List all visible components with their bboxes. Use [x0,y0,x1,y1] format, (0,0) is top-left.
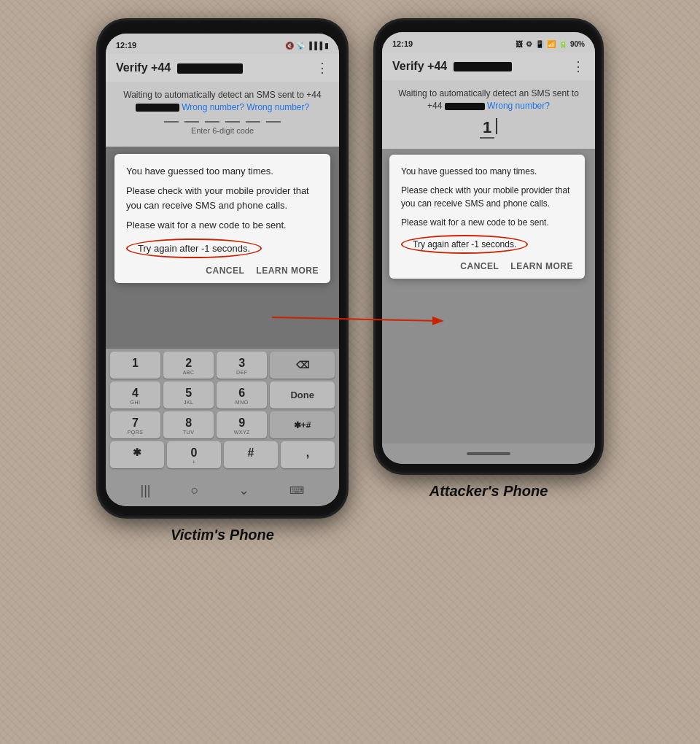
key-star[interactable]: ✱ [110,441,164,468]
attacker-learn-btn[interactable]: LEARN MORE [510,261,573,271]
attacker-cancel-btn[interactable]: CANCEL [460,261,499,271]
key-4[interactable]: 4GHI [110,381,160,408]
attacker-phone-screen: 12:19 🖼 ⚙ 📳 📶 🔋 90% Verify +44 [382,32,595,464]
victim-redacted [177,63,243,74]
key-6[interactable]: 6MNO [217,381,267,408]
key-2[interactable]: 2ABC [163,352,214,379]
victim-phone-screen: 12:19 🔇 📡 ▐▐▐ ▮ Verify +44 ⋮ [106,34,339,506]
nav-home-icon[interactable]: ○ [191,483,199,498]
attacker-title-area: Verify +44 [392,60,572,73]
victim-status-bar: 12:19 🔇 📡 ▐▐▐ ▮ [106,34,339,54]
victim-dialog-highlighted-wrapper: Try again after -1 seconds. [126,239,319,258]
attacker-redacted [454,62,512,71]
battery-icon: ▮ [324,42,329,50]
key-0[interactable]: 0+ [167,441,221,468]
attacker-dialog-line1: You have guessed too many times. [401,165,573,178]
gallery-icon: 🖼 [516,40,523,48]
code-dash-2 [184,121,199,123]
victim-app-content: Waiting to automatically detect an SMS s… [106,82,339,147]
attacker-cursor [496,118,497,134]
key-9[interactable]: 9WXYZ [217,411,267,438]
attacker-label: Attacker's Phone [429,483,548,500]
victim-dialog-line2: Please check with your mobile provider t… [126,184,319,212]
code-dash-3 [205,121,219,123]
key-5[interactable]: 5JKL [163,381,214,408]
code-dash-6 [266,121,281,123]
attacker-phone-wrapper: 12:19 🖼 ⚙ 📳 📶 🔋 90% Verify +44 [376,20,602,500]
victim-keyboard-row-3: 7PQRS 8TUV 9WXYZ ✱+# [110,411,335,438]
victim-app-header: Verify +44 ⋮ [106,54,339,82]
attacker-digit-1: 1 [480,118,494,139]
attacker-dialog-highlighted-wrapper: Try again after -1 seconds. [401,235,573,254]
nav-back-icon[interactable]: ||| [141,483,151,498]
victim-dialog: You have guessed too many times. Please … [114,154,330,283]
victim-phone: 12:19 🔇 📡 ▐▐▐ ▮ Verify +44 ⋮ [98,20,346,516]
key-1[interactable]: 1 [110,352,160,379]
victim-keyboard-row-2: 4GHI 5JKL 6MNO Done [110,381,335,408]
attacker-wifi-icon: 📶 [547,40,556,48]
victim-learn-btn[interactable]: LEARN MORE [256,266,319,276]
attacker-menu-icon[interactable]: ⋮ [572,58,585,74]
nav-keyboard-icon[interactable]: ⌨ [289,484,304,496]
victim-nav-bar: ||| ○ ⌄ ⌨ [106,474,339,506]
victim-enter-code: Enter 6-digit code [116,126,329,139]
victim-app-title: Verify +44 [116,61,171,74]
victim-dialog-line3: Please wait for a new code to be sent. [126,218,319,233]
code-dash-4 [225,121,240,123]
attacker-digit-area: 1 [392,112,585,142]
victim-dialog-line1: You have guessed too many times. [126,164,319,179]
attacker-battery-pct: 90% [570,40,585,48]
victim-keyboard: 1 2ABC 3DEF ⌫ 4GHI 5JKL 6MNO Done 7PQR [106,349,339,474]
code-dash-1 [164,121,179,123]
victim-phone-notch [201,20,244,31]
victim-keyboard-row-4: ✱ 0+ # , [110,441,335,468]
attacker-home-indicator [467,452,510,455]
wifi-icon: 📡 [296,42,305,50]
attacker-app-content: Waiting to automatically detect an SMS s… [382,80,595,149]
attacker-vibrate-icon: 📳 [535,40,544,48]
attacker-waiting-text: Waiting to automatically detect an SMS s… [392,88,585,112]
attacker-dialog: You have guessed too many times. Please … [389,155,585,279]
victim-label: Victim's Phone [171,527,274,543]
key-3[interactable]: 3DEF [217,352,267,379]
key-8[interactable]: 8TUV [163,411,214,438]
attacker-battery: 🔋 [559,40,567,48]
attacker-phone-notch [470,20,507,29]
victim-menu-icon[interactable]: ⋮ [316,60,329,76]
key-hash[interactable]: # [224,441,278,468]
settings-icon: ⚙ [526,40,532,48]
victim-waiting-text: Waiting to automatically detect an SMS s… [116,89,329,114]
victim-number-redacted [136,104,179,112]
attacker-dialog-line3: Please wait for a new code to be sent. [401,216,573,229]
attacker-status-icons: 🖼 ⚙ 📳 📶 🔋 90% [516,40,585,48]
attacker-number-redacted [445,103,485,110]
attacker-time: 12:19 [392,39,413,48]
victim-dialog-overlay: You have guessed too many times. Please … [106,147,339,349]
key-backspace[interactable]: ⌫ [270,352,335,379]
attacker-nav-bar [382,443,595,464]
key-comma[interactable]: , [281,441,335,468]
attacker-status-bar: 12:19 🖼 ⚙ 📳 📶 🔋 90% [382,32,595,53]
attacker-dialog-line2: Please check with your mobile provider t… [401,184,573,210]
code-dash-5 [246,121,260,123]
signal-icon: ▐▐▐ [307,42,322,50]
key-symbols[interactable]: ✱+# [270,411,335,438]
victim-time: 12:19 [116,41,136,50]
victim-code-input[interactable] [116,121,329,123]
key-7[interactable]: 7PQRS [110,411,160,438]
attacker-dialog-buttons: CANCEL LEARN MORE [401,261,573,271]
mute-icon: 🔇 [285,42,294,50]
key-done[interactable]: Done [270,381,335,408]
victim-dialog-highlighted: Try again after -1 seconds. [126,239,262,258]
attacker-dialog-highlighted: Try again after -1 seconds. [401,235,528,254]
victim-status-icons: 🔇 📡 ▐▐▐ ▮ [285,42,329,50]
attacker-dialog-overlay: You have guessed too many times. Please … [382,149,595,443]
attacker-phone: 12:19 🖼 ⚙ 📳 📶 🔋 90% Verify +44 [376,20,602,473]
victim-keyboard-row-1: 1 2ABC 3DEF ⌫ [110,352,335,379]
attacker-app-header: Verify +44 ⋮ [382,53,595,80]
nav-recents-icon[interactable]: ⌄ [238,482,249,498]
victim-cancel-btn[interactable]: CANCEL [206,266,244,276]
victim-dialog-buttons: CANCEL LEARN MORE [126,266,319,276]
victim-title-area: Verify +44 [116,61,316,74]
attacker-app-title: Verify +44 [392,60,447,72]
